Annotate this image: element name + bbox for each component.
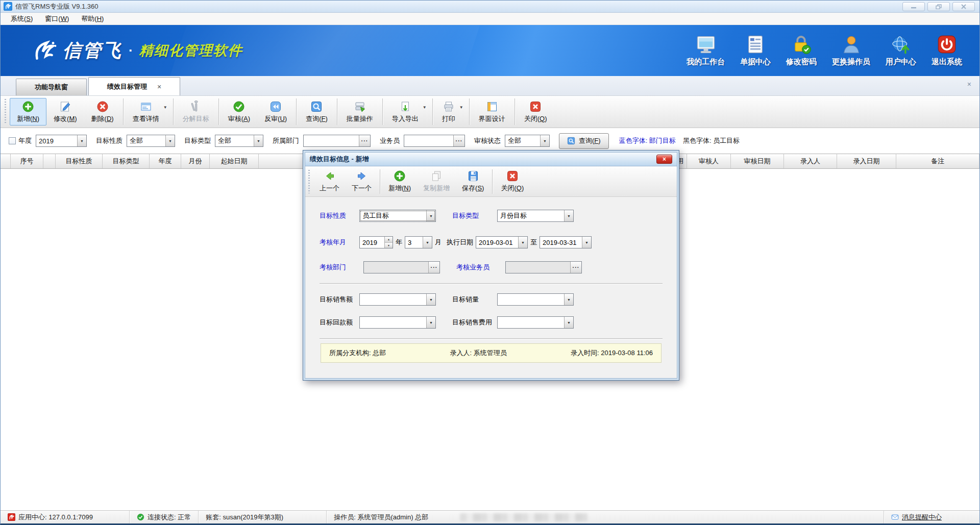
details-toolbar-button[interactable]: 查看详情▼ <box>126 98 171 126</box>
user-center-button[interactable]: 用户中心 <box>886 34 916 67</box>
chevron-down-icon[interactable]: ▼ <box>540 135 549 146</box>
batch-toolbar-button[interactable]: 批量操作 <box>339 98 380 126</box>
close-button[interactable] <box>952 2 975 11</box>
chevron-down-icon[interactable]: ▼ <box>165 135 175 146</box>
check-toolbar-button[interactable]: 审核(A) <box>221 98 257 126</box>
arrow-left-toolbar-button[interactable]: 上一个 <box>313 168 346 195</box>
dept-filter-input[interactable]: ··· <box>303 135 371 147</box>
year-spinner[interactable]: 2019 ▲▼ <box>359 236 393 248</box>
ellipsis-button[interactable]: ··· <box>428 262 439 273</box>
dept-input[interactable]: ··· <box>363 261 440 273</box>
search-toolbar-button[interactable]: 查询(F) <box>299 98 335 126</box>
year-filter-checkbox[interactable] <box>9 137 16 144</box>
type-filter-select[interactable]: 全部▼ <box>215 135 263 147</box>
arrow-right-toolbar-button[interactable]: 下一个 <box>346 168 378 195</box>
chevron-down-icon[interactable]: ▼ <box>163 105 167 110</box>
column-header-4[interactable]: 目标类型 <box>103 154 150 168</box>
switch-user-button[interactable]: 更换操作员 <box>832 34 870 67</box>
chevron-down-icon[interactable]: ▼ <box>564 210 573 221</box>
month-select[interactable]: 3▼ <box>405 236 432 248</box>
tab-1[interactable]: 绩效目标管理× <box>88 77 180 95</box>
menu-item-1[interactable]: 窗口(W) <box>39 13 75 24</box>
chevron-down-icon[interactable]: ▼ <box>518 237 527 248</box>
import-export-toolbar-button[interactable]: 导入导出▼ <box>385 98 430 126</box>
column-header-1[interactable]: 序号 <box>11 154 43 168</box>
workbench-button[interactable]: 我的工作台 <box>687 34 725 67</box>
edit-toolbar-button[interactable]: 修改(M) <box>46 98 84 126</box>
column-header-10[interactable]: 审核日期 <box>731 154 784 168</box>
save-toolbar-button[interactable]: 保存(S) <box>456 168 490 195</box>
chevron-down-icon[interactable]: ▼ <box>564 317 573 328</box>
sales-qty-select[interactable]: ▼ <box>497 293 574 306</box>
type-select[interactable]: 月份目标▼ <box>497 210 574 222</box>
documents-button[interactable]: 单据中心 <box>740 34 771 67</box>
column-header-3[interactable]: 目标性质 <box>56 154 103 168</box>
tabstrip-close-icon[interactable]: × <box>967 80 971 88</box>
menu-item-0[interactable]: 系统(S) <box>5 13 39 24</box>
add-toolbar-button[interactable]: 新增(N) <box>382 168 417 195</box>
spin-down-icon[interactable]: ▼ <box>385 243 393 248</box>
exit-button[interactable]: 退出系统 <box>932 34 962 67</box>
add-toolbar-button[interactable]: 新增(N) <box>10 98 46 126</box>
tab-0[interactable]: 功能导航窗 <box>16 79 87 95</box>
close-toolbar-button[interactable]: 关闭(Q) <box>517 98 554 126</box>
column-header-stub <box>1 154 11 168</box>
chevron-down-icon[interactable]: ▼ <box>423 105 427 110</box>
sales-amount-select[interactable]: ▼ <box>359 293 436 306</box>
menu-item-2[interactable]: 帮助(H) <box>75 13 110 24</box>
header-banner: 信管飞 · 精细化管理软件 我的工作台单据中心修改密码更换操作员用户中心退出系统 <box>1 25 979 76</box>
chevron-down-icon[interactable]: ▼ <box>426 294 435 305</box>
column-header-11[interactable]: 录入人 <box>784 154 837 168</box>
chevron-down-icon[interactable]: ▼ <box>459 105 463 110</box>
salesman-filter-input[interactable]: ··· <box>404 135 465 147</box>
toolbar-grip[interactable] <box>5 99 6 124</box>
chevron-down-icon[interactable]: ▼ <box>582 237 591 248</box>
legend-dept-target: 蓝色字体: 部门目标 <box>619 136 676 145</box>
column-header-13[interactable]: 备注 <box>896 154 979 168</box>
message-center-link[interactable]: 消息提醒中心 <box>884 511 949 523</box>
check-icon <box>233 101 245 113</box>
rewind-toolbar-button[interactable]: 反审(U) <box>257 98 294 126</box>
ellipsis-button[interactable]: ··· <box>570 262 581 273</box>
tools-toolbar-button[interactable]: 分解目标 <box>176 98 216 126</box>
nature-filter-select[interactable]: 全部▼ <box>127 135 175 147</box>
tab-close-icon[interactable]: × <box>157 83 161 90</box>
chevron-down-icon[interactable]: ▼ <box>426 210 435 221</box>
dialog-close-button[interactable]: × <box>656 155 672 164</box>
receipt-select[interactable]: ▼ <box>359 316 436 329</box>
ellipsis-button[interactable]: ··· <box>453 135 464 146</box>
column-header-12[interactable]: 录入日期 <box>837 154 896 168</box>
restore-button[interactable] <box>927 2 950 11</box>
date-from-select[interactable]: 2019-03-01▼ <box>476 236 528 248</box>
column-header-9[interactable]: 审核人 <box>687 154 731 168</box>
salesman-input[interactable]: ··· <box>505 261 582 273</box>
toolbar-grip[interactable] <box>308 170 310 193</box>
chevron-down-icon[interactable]: ▼ <box>423 237 432 248</box>
password-button[interactable]: 修改密码 <box>786 34 817 67</box>
ellipsis-button[interactable]: ··· <box>359 135 370 146</box>
spin-up-icon[interactable]: ▲ <box>385 237 393 243</box>
chevron-down-icon[interactable]: ▼ <box>426 317 435 328</box>
ui-design-toolbar-button[interactable]: 界面设计 <box>472 98 512 126</box>
date-to-select[interactable]: 2019-03-31▼ <box>540 236 592 248</box>
close-toolbar-button[interactable]: 关闭(Q) <box>495 168 530 195</box>
column-header-7[interactable]: 起始日期 <box>210 154 259 168</box>
chevron-down-icon[interactable]: ▼ <box>254 135 263 146</box>
copy-toolbar-button[interactable]: 复制新增 <box>417 168 456 195</box>
tools-icon <box>190 101 202 113</box>
chevron-down-icon[interactable]: ▼ <box>564 294 573 305</box>
expense-select[interactable]: ▼ <box>497 316 574 329</box>
column-header-5[interactable]: 年度 <box>150 154 181 168</box>
column-header-6[interactable]: 月份 <box>181 154 210 168</box>
nature-select[interactable]: 员工目标▼ <box>359 210 436 222</box>
print-toolbar-button[interactable]: 打印▼ <box>435 98 467 126</box>
minimize-button[interactable] <box>902 2 925 11</box>
search-button[interactable]: 查询(F) <box>559 133 609 149</box>
audit-filter-select[interactable]: 全部▼ <box>505 135 550 147</box>
dialog-title: 绩效目标信息 - 新增 <box>310 155 369 164</box>
year-filter-select[interactable]: 2019▼ <box>36 135 87 147</box>
close-icon <box>529 101 542 113</box>
toolbar-button-label: 批量操作 <box>347 114 373 123</box>
delete-toolbar-button[interactable]: 删除(D) <box>84 98 121 126</box>
chevron-down-icon[interactable]: ▼ <box>77 135 86 146</box>
